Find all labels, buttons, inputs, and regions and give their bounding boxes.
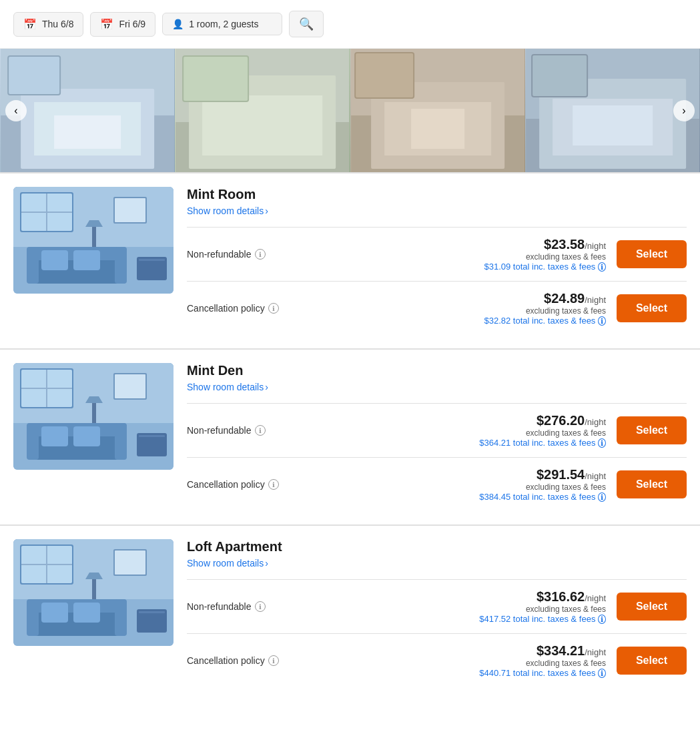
- info-icon[interactable]: ℹ: [268, 479, 279, 490]
- room-image-1: [13, 363, 173, 470]
- price-info-1-1: $291.54/night excluding taxes & fees $38…: [479, 467, 606, 502]
- checkin-field[interactable]: 📅 Thu 6/8: [13, 12, 83, 37]
- policy-label: Cancellation policy: [187, 479, 265, 490]
- info-icon[interactable]: ℹ: [255, 601, 266, 612]
- search-button[interactable]: 🔍: [289, 11, 324, 37]
- guests-field[interactable]: 👤 1 room, 2 guests: [162, 13, 282, 35]
- carousel-photo-2: [175, 49, 350, 172]
- price-area-0-1: $24.89/night excluding taxes & fees $32.…: [484, 291, 687, 326]
- room-section-2: Loft ApartmentShow room details ›Non-ref…: [0, 524, 700, 701]
- person-icon: 👤: [172, 19, 184, 29]
- price-area-2-1: $334.21/night excluding taxes & fees $44…: [479, 643, 687, 678]
- price-area-2-0: $316.62/night excluding taxes & fees $41…: [479, 589, 687, 624]
- calendar-icon-2: 📅: [100, 18, 113, 31]
- checkin-date: Thu 6/8: [42, 19, 73, 29]
- guests-label: 1 room, 2 guests: [189, 19, 258, 29]
- svg-rect-26: [533, 55, 587, 96]
- total-info-icon[interactable]: ℹ: [598, 262, 606, 272]
- svg-rect-12: [184, 57, 248, 101]
- svg-rect-37: [27, 247, 39, 284]
- price-area-1-1: $291.54/night excluding taxes & fees $38…: [479, 467, 687, 502]
- policy-label: Cancellation policy: [187, 655, 265, 666]
- total-info-icon[interactable]: ℹ: [598, 669, 606, 678]
- price-excl: excluding taxes & fees: [479, 605, 606, 614]
- price-total[interactable]: $384.45 total inc. taxes & fees ℹ: [479, 492, 606, 502]
- rate-policy-2-0: Non-refundable ℹ: [187, 601, 266, 612]
- svg-rect-39: [41, 250, 68, 270]
- rate-policy-0-0: Non-refundable ℹ: [187, 249, 266, 260]
- select-button-0-1[interactable]: Select: [617, 294, 687, 322]
- svg-rect-19: [356, 53, 413, 97]
- info-icon[interactable]: ℹ: [255, 249, 266, 260]
- price-info-0-0: $23.58/night excluding taxes & fees $31.…: [484, 237, 606, 272]
- svg-rect-24: [573, 105, 653, 145]
- info-icon[interactable]: ℹ: [255, 425, 266, 436]
- room-section-1: Mint DenShow room details ›Non-refundabl…: [0, 348, 700, 524]
- price-total[interactable]: $364.21 total inc. taxes & fees ℹ: [479, 438, 606, 448]
- info-icon[interactable]: ℹ: [268, 655, 279, 666]
- select-button-2-1[interactable]: Select: [617, 647, 687, 675]
- total-info-icon[interactable]: ℹ: [598, 316, 606, 326]
- price-excl: excluding taxes & fees: [484, 306, 606, 316]
- svg-rect-79: [92, 579, 96, 599]
- svg-rect-57: [41, 426, 68, 446]
- info-icon[interactable]: ℹ: [268, 303, 279, 314]
- svg-rect-70: [115, 550, 145, 575]
- svg-rect-56: [115, 423, 127, 460]
- svg-rect-10: [202, 95, 322, 155]
- price-total[interactable]: $32.82 total inc. taxes & fees ℹ: [484, 316, 606, 326]
- policy-label: Non-refundable: [187, 601, 252, 612]
- show-details-link-2[interactable]: Show room details ›: [187, 558, 268, 569]
- price-info-0-1: $24.89/night excluding taxes & fees $32.…: [484, 291, 606, 326]
- price-main: $276.20/night: [479, 413, 606, 428]
- price-total[interactable]: $31.09 total inc. taxes & fees ℹ: [484, 262, 606, 272]
- show-details-link-0[interactable]: Show room details ›: [187, 206, 268, 216]
- rate-row-0-0: Non-refundable ℹ $23.58/night excluding …: [187, 227, 687, 281]
- per-night: /night: [585, 647, 606, 657]
- price-info-2-0: $316.62/night excluding taxes & fees $41…: [479, 589, 606, 624]
- svg-rect-55: [27, 423, 39, 460]
- room-image-2: [13, 539, 173, 646]
- svg-rect-73: [27, 599, 39, 636]
- show-details-link-1[interactable]: Show room details ›: [187, 382, 268, 392]
- svg-rect-43: [92, 227, 96, 247]
- carousel-next-button[interactable]: ›: [673, 100, 695, 121]
- room-name-1: Mint Den: [187, 363, 687, 378]
- svg-rect-38: [115, 247, 127, 284]
- policy-label: Non-refundable: [187, 249, 252, 260]
- svg-rect-58: [73, 426, 100, 446]
- select-button-0-0[interactable]: Select: [617, 240, 687, 268]
- rate-row-2-0: Non-refundable ℹ $316.62/night excluding…: [187, 579, 687, 633]
- price-main: $291.54/night: [479, 467, 606, 482]
- price-info-2-1: $334.21/night excluding taxes & fees $44…: [479, 643, 606, 678]
- rooms-container: Mint RoomShow room details ›Non-refundab…: [0, 172, 700, 701]
- search-bar: 📅 Thu 6/8 📅 Fri 6/9 👤 1 room, 2 guests 🔍: [0, 0, 700, 49]
- select-button-1-0[interactable]: Select: [617, 416, 687, 444]
- svg-rect-34: [115, 198, 145, 222]
- room-section-0: Mint RoomShow room details ›Non-refundab…: [0, 172, 700, 348]
- carousel-prev-button[interactable]: ‹: [5, 100, 27, 121]
- price-excl: excluding taxes & fees: [479, 428, 606, 438]
- room-content-2: Loft ApartmentShow room details ›Non-ref…: [187, 539, 687, 687]
- room-name-0: Mint Room: [187, 187, 687, 202]
- total-info-icon[interactable]: ℹ: [598, 615, 606, 624]
- price-total[interactable]: $417.52 total inc. taxes & fees ℹ: [479, 614, 606, 624]
- select-button-1-1[interactable]: Select: [617, 470, 687, 498]
- checkout-field[interactable]: 📅 Fri 6/9: [90, 12, 155, 37]
- rate-policy-0-1: Cancellation policy ℹ: [187, 303, 279, 314]
- price-area-1-0: $276.20/night excluding taxes & fees $36…: [479, 413, 687, 448]
- price-area-0-0: $23.58/night excluding taxes & fees $31.…: [484, 237, 687, 272]
- price-main: $334.21/night: [479, 643, 606, 659]
- rate-row-1-0: Non-refundable ℹ $276.20/night excluding…: [187, 403, 687, 457]
- price-main: $316.62/night: [479, 589, 606, 605]
- price-total[interactable]: $440.71 total inc. taxes & fees ℹ: [479, 668, 606, 678]
- svg-rect-61: [92, 403, 96, 423]
- total-info-icon[interactable]: ℹ: [598, 492, 606, 502]
- select-button-2-0[interactable]: Select: [617, 593, 687, 621]
- rate-policy-1-1: Cancellation policy ℹ: [187, 479, 279, 490]
- svg-rect-76: [73, 603, 100, 623]
- room-image-0: [13, 187, 173, 294]
- per-night: /night: [585, 295, 606, 305]
- room-content-1: Mint DenShow room details ›Non-refundabl…: [187, 363, 687, 511]
- total-info-icon[interactable]: ℹ: [598, 438, 606, 448]
